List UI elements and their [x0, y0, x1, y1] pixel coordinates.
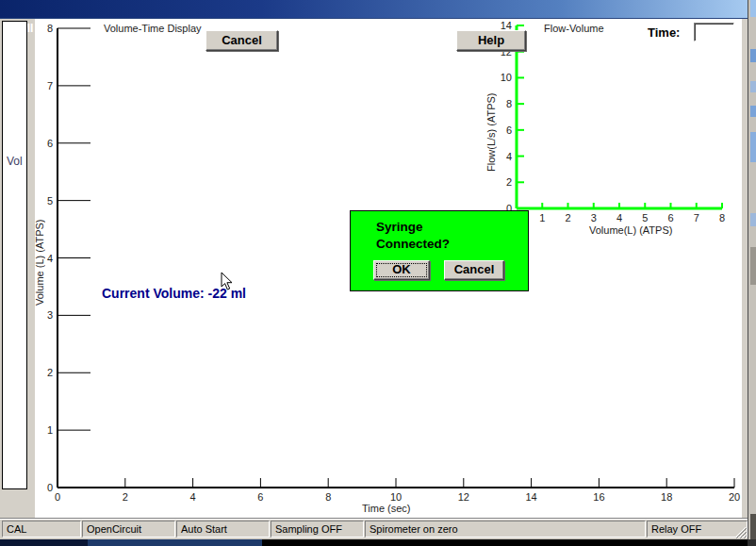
left-sidebar-panel: Vol	[2, 21, 27, 489]
fv-x-axis-label: Volume(L) (ATPS)	[589, 224, 672, 236]
mouse-cursor-icon	[221, 272, 234, 291]
dialog-message: Syringe Connected?	[376, 219, 450, 253]
status-panel-relay: Relay OFF	[647, 521, 748, 538]
status-panel-autostart: Auto Start	[176, 521, 270, 538]
titlebar[interactable]: OMI Spirometry Main Program - Version 5.…	[0, 0, 748, 19]
statusbar: CAL OpenCircuit Auto Start Sampling OFF …	[0, 518, 748, 539]
time-label: Time:	[648, 25, 680, 40]
vt-y-axis-label: Volume (L) (ATPS)	[34, 196, 45, 328]
status-panel-sampling: Sampling OFF	[271, 521, 364, 538]
ok-button[interactable]: OK	[373, 260, 430, 280]
help-button[interactable]: Help	[456, 30, 526, 51]
status-panel-circuit: OpenCircuit	[82, 521, 175, 538]
bottom-taskbar-strip	[0, 539, 756, 546]
fv-chart-title: Flow-Volume	[544, 23, 604, 34]
fv-y-axis-label: Flow(L/s) (ATPS)	[485, 85, 497, 179]
application-window: { "titlebar": { "title": "OMI Spirometry…	[0, 0, 756, 546]
cancel-button[interactable]: Cancel	[205, 30, 278, 51]
vt-x-axis-label: Time (sec)	[362, 503, 411, 514]
dialog-cancel-button[interactable]: Cancel	[444, 260, 504, 280]
status-panel-spirometer: Spirometer on zero	[365, 521, 646, 538]
time-input[interactable]	[694, 23, 734, 41]
vol-label: Vol	[7, 155, 23, 168]
status-panel-cal: CAL	[2, 521, 81, 538]
syringe-dialog: Syringe Connected? OK Cancel	[350, 210, 529, 291]
right-edge-window-strip	[748, 0, 756, 546]
vt-chart-title: Volume-Time Display	[104, 23, 202, 34]
resize-grip-icon[interactable]	[734, 526, 747, 538]
